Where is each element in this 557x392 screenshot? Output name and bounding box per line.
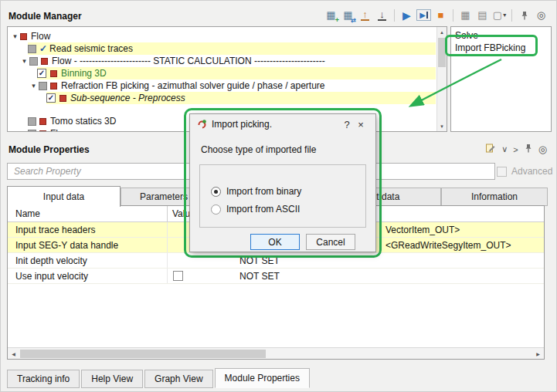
radio-selected-icon[interactable] <box>211 187 221 197</box>
tree-row-flow-static-calculation[interactable]: ▾ Flow - ----------------------- STATIC … <box>8 55 436 67</box>
run-to-end-icon[interactable]: ▶ <box>416 8 431 22</box>
view-tabs: Tracking info Help View Graph View Modul… <box>7 368 310 388</box>
pin-icon[interactable] <box>524 144 533 155</box>
new-document-menu-icon[interactable]: ▢▾ <box>492 8 507 22</box>
app-window: Module Manager ▦+ ▦⇄ ↑ ↓ ▶ ▶ ■ ▦ ▤ ▢▾ ◎ … <box>0 0 557 392</box>
row-link-value: <GReadWriteSegyItem_OUT> <box>385 240 511 251</box>
state-square-icon <box>28 130 36 133</box>
tree-row-label: Flow - ----------------------- STATIC CA… <box>52 56 325 66</box>
tree-row-sub-sequence-preprocess[interactable]: ✓ Sub-sequence - Preprocess <box>8 92 436 104</box>
module-square-icon <box>50 83 57 90</box>
radio-import-binary[interactable]: Import from binary <box>211 186 365 197</box>
chevron-right-icon[interactable]: > <box>513 145 518 154</box>
scrollbar-thumb[interactable] <box>438 38 446 67</box>
state-square-icon <box>28 45 36 53</box>
advanced-checkbox[interactable] <box>497 167 507 177</box>
tree-row-label: Fl <box>50 128 58 132</box>
module-square-icon <box>41 58 48 65</box>
tree-row-label: Sub-sequence - Preprocess <box>70 93 185 103</box>
tree-row-flow[interactable]: ▾ Flow <box>8 30 436 42</box>
plus-badge-icon: + <box>335 16 339 24</box>
column-header-name[interactable]: Name <box>8 206 168 221</box>
import-picking-dialog: Import picking. ? × Choose type of impor… <box>189 113 376 252</box>
edit-lock-icon[interactable] <box>485 143 496 156</box>
scroll-up-icon[interactable]: ▲ <box>437 27 447 37</box>
tab-graph-view[interactable]: Graph View <box>144 370 212 388</box>
import-flow-icon[interactable]: ↑ <box>358 8 372 22</box>
toolbar-separator <box>453 9 453 22</box>
row-value: NOT SET <box>239 271 280 282</box>
add-flow-icon[interactable]: ▦+ <box>324 8 338 22</box>
stop-flow-icon[interactable]: ■ <box>433 8 448 22</box>
checkbox-checked-icon[interactable]: ✓ <box>37 69 46 78</box>
state-square-icon <box>28 117 36 126</box>
solve-list: Solve Import FBPicking <box>450 26 552 132</box>
tree-row-label: Read seismic traces <box>49 43 133 54</box>
module-square-icon <box>39 118 46 125</box>
export-flow-icon[interactable]: ↓ <box>375 8 389 22</box>
scroll-right-icon[interactable]: ▶ <box>532 348 544 359</box>
tree-row-read-seismic-traces[interactable]: ✓ Read seismic traces <box>8 42 436 55</box>
row-value: NOT SET <box>239 255 280 266</box>
radio-label: Import from binary <box>226 186 301 197</box>
solve-label: Solve <box>455 29 547 42</box>
spreadsheet-icon[interactable]: ▦ <box>458 8 473 22</box>
tab-input-data[interactable]: Input data <box>7 186 121 207</box>
state-square-icon <box>29 57 38 66</box>
module-square-icon <box>50 70 57 77</box>
tree-row-label: Binning 3D <box>61 68 107 79</box>
run-flow-icon[interactable]: ▶ <box>399 8 414 22</box>
dialog-help-button[interactable]: ? <box>340 119 354 130</box>
radio-unselected-icon[interactable] <box>211 204 221 215</box>
module-square-icon <box>59 95 66 102</box>
module-manager-toolbar: ▦+ ▦⇄ ↑ ↓ ▶ ▶ ■ ▦ ▤ ▢▾ ◎ <box>324 8 549 22</box>
expander-icon[interactable]: ▾ <box>10 32 20 40</box>
row-checkbox[interactable] <box>173 271 183 281</box>
toolbar-separator <box>511 9 512 22</box>
duplicate-flow-icon[interactable]: ▦⇄ <box>341 8 355 22</box>
import-fbpicking-item[interactable]: Import FBPicking <box>455 42 547 54</box>
clipboard-icon[interactable]: ▤ <box>475 8 490 22</box>
tree-row-label: Tomo statics 3D <box>50 116 116 127</box>
dialog-buttons: OK Cancel <box>250 234 375 250</box>
tab-information[interactable]: Information <box>441 188 548 206</box>
chevron-down-icon[interactable]: ∨ <box>501 144 508 154</box>
table-row[interactable]: Use input velocity NOT SET <box>8 269 544 284</box>
tree-row-binning-3d[interactable]: ✓ Binning 3D <box>8 67 436 79</box>
advanced-label: Advanced <box>511 166 552 177</box>
table-row[interactable]: Init depth velocity NOT SET <box>8 253 544 269</box>
module-square-icon <box>39 130 46 133</box>
radio-import-ascii[interactable]: Import from ASCII <box>211 204 365 215</box>
module-manager-title: Module Manager <box>8 11 82 22</box>
toolbar-separator <box>394 9 395 22</box>
cancel-button[interactable]: Cancel <box>306 234 355 250</box>
tab-tracking-info[interactable]: Tracking info <box>7 370 80 388</box>
row-link-value: VectorItem_OUT> <box>385 225 460 235</box>
scroll-down-icon[interactable]: ▼ <box>437 121 447 131</box>
scrollbar-thumb[interactable] <box>20 350 266 358</box>
ok-button[interactable]: OK <box>250 234 300 250</box>
expander-icon[interactable]: ▾ <box>29 82 39 90</box>
module-properties-title: Module Properties <box>8 144 90 155</box>
dock-options-icon[interactable]: ◎ <box>538 144 547 155</box>
module-square-icon <box>20 33 27 40</box>
tab-module-properties[interactable]: Module Properties <box>215 368 310 388</box>
dialog-app-icon <box>196 119 207 130</box>
dialog-titlebar[interactable]: Import picking. ? × <box>190 114 375 134</box>
dialog-title: Import picking. <box>212 119 340 130</box>
horizontal-scrollbar[interactable]: ◀ ▶ <box>8 347 544 359</box>
tree-row-label: Refraction FB picking - azimuthal solver… <box>61 80 325 91</box>
swap-badge-icon: ⇄ <box>351 17 356 24</box>
checkbox-checked-icon[interactable]: ✓ <box>46 93 56 103</box>
pin-icon[interactable] <box>517 8 532 22</box>
tab-help-view[interactable]: Help View <box>81 370 143 388</box>
state-square-icon <box>39 82 47 90</box>
dock-options-icon[interactable]: ◎ <box>534 8 549 22</box>
dialog-close-icon[interactable]: × <box>354 119 368 130</box>
scroll-left-icon[interactable]: ◀ <box>8 348 19 359</box>
dropdown-caret-icon: ▾ <box>503 12 506 19</box>
tree-row-label: Flow <box>31 31 50 42</box>
tree-vertical-scrollbar[interactable]: ▲ ▼ <box>436 27 447 131</box>
expander-icon[interactable]: ▾ <box>19 57 29 65</box>
tree-row-refraction-fb-picking[interactable]: ▾ Refraction FB picking - azimuthal solv… <box>8 79 436 92</box>
